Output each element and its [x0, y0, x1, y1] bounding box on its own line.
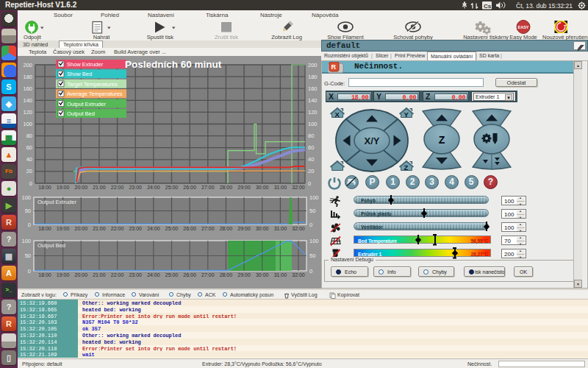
- svg-text:24:00: 24:00: [147, 272, 160, 277]
- svg-text:Target Temperatures: Target Temperatures: [67, 81, 118, 88]
- svg-text:27:00: 27:00: [201, 272, 215, 277]
- svg-text:0: 0: [29, 180, 32, 187]
- svg-text:EASY: EASY: [518, 25, 529, 29]
- svg-text:26:00: 26:00: [183, 272, 196, 277]
- svg-text:Output Bed: Output Bed: [67, 110, 95, 117]
- svg-text:160: 160: [308, 85, 318, 92]
- svg-text:29:00: 29:00: [237, 226, 251, 231]
- svg-text:27:00: 27:00: [201, 185, 215, 190]
- svg-text:120: 120: [308, 109, 318, 116]
- svg-text:23:00: 23:00: [129, 272, 142, 277]
- svg-text:200: 200: [23, 62, 32, 68]
- svg-text:31:00: 31:00: [274, 226, 287, 231]
- svg-text:140: 140: [23, 97, 32, 104]
- svg-text:24:00: 24:00: [147, 226, 160, 231]
- svg-text:0: 0: [28, 268, 31, 275]
- svg-text:18:00: 18:00: [38, 226, 51, 231]
- svg-text:18:00: 18:00: [38, 272, 51, 277]
- svg-text:100: 100: [21, 194, 31, 201]
- svg-text:29:00: 29:00: [237, 185, 251, 190]
- svg-text:20:00: 20:00: [75, 226, 88, 231]
- svg-text:29:00: 29:00: [237, 272, 251, 277]
- svg-text:22:00: 22:00: [111, 185, 124, 190]
- svg-text:28:00: 28:00: [220, 185, 233, 190]
- svg-text:140: 140: [308, 97, 318, 104]
- svg-text:60: 60: [26, 144, 32, 151]
- svg-text:R: R: [331, 63, 337, 71]
- svg-text:40: 40: [308, 156, 314, 163]
- svg-text:100: 100: [308, 121, 318, 127]
- svg-text:160: 160: [23, 85, 32, 92]
- svg-text:Output Extruder: Output Extruder: [67, 101, 106, 107]
- svg-text:Output Bed: Output Bed: [37, 242, 65, 249]
- svg-text:20: 20: [26, 168, 32, 174]
- svg-text:Cs: Cs: [484, 3, 492, 10]
- svg-text:19:00: 19:00: [57, 226, 70, 231]
- svg-text:20:00: 20:00: [75, 185, 88, 190]
- svg-text:0: 0: [308, 180, 311, 187]
- svg-text:Show Bed: Show Bed: [67, 71, 92, 77]
- svg-text:120: 120: [23, 109, 32, 116]
- svg-text:31:00: 31:00: [274, 272, 287, 277]
- svg-text:31:00: 31:00: [274, 185, 287, 190]
- svg-text:80: 80: [26, 132, 32, 139]
- svg-text:20: 20: [308, 168, 314, 174]
- svg-text:32:00: 32:00: [292, 272, 305, 277]
- svg-text:27:00: 27:00: [201, 226, 215, 231]
- svg-text:180: 180: [308, 74, 318, 80]
- svg-text:21:00: 21:00: [93, 226, 106, 231]
- svg-text:30:00: 30:00: [256, 185, 269, 190]
- svg-text:Z: Z: [404, 163, 409, 171]
- svg-text:26:00: 26:00: [183, 226, 196, 231]
- svg-text:25:00: 25:00: [165, 185, 179, 190]
- svg-text:Posledních 60 minut: Posledních 60 minut: [125, 59, 222, 70]
- svg-text:50: 50: [309, 208, 315, 214]
- svg-text:0: 0: [28, 222, 31, 228]
- svg-text:Output Extruder: Output Extruder: [37, 199, 76, 205]
- svg-text:21:00: 21:00: [93, 185, 106, 190]
- svg-text:100: 100: [309, 238, 319, 244]
- svg-text:20:00: 20:00: [75, 272, 88, 277]
- svg-text:19:00: 19:00: [57, 272, 70, 277]
- svg-text:200: 200: [308, 62, 318, 68]
- svg-text:21:00: 21:00: [93, 272, 106, 277]
- svg-text:32:00: 32:00: [292, 226, 305, 231]
- svg-text:100: 100: [23, 121, 32, 127]
- svg-text:25:00: 25:00: [165, 226, 179, 231]
- svg-text:28:00: 28:00: [220, 272, 233, 277]
- svg-text:30:00: 30:00: [256, 272, 269, 277]
- svg-text:0: 0: [309, 222, 312, 228]
- svg-text:22:00: 22:00: [111, 272, 124, 277]
- svg-text:30:00: 30:00: [256, 226, 269, 231]
- svg-text:19:00: 19:00: [57, 185, 70, 190]
- svg-text:50: 50: [309, 252, 315, 259]
- svg-text:40: 40: [26, 156, 32, 163]
- svg-text:60: 60: [308, 144, 314, 151]
- svg-text:28:00: 28:00: [220, 226, 233, 231]
- svg-text:Y: Y: [404, 110, 409, 118]
- svg-text:180: 180: [23, 74, 32, 80]
- svg-text:22:00: 22:00: [111, 226, 124, 231]
- svg-text:X: X: [335, 110, 340, 118]
- svg-text:23:00: 23:00: [129, 226, 142, 231]
- svg-text:24:00: 24:00: [147, 185, 160, 190]
- svg-text:80: 80: [308, 132, 314, 139]
- svg-text:X/Y: X/Y: [365, 135, 380, 146]
- svg-text:23:00: 23:00: [129, 185, 142, 190]
- svg-text:Show Extruder: Show Extruder: [67, 61, 104, 68]
- svg-text:100: 100: [309, 194, 319, 201]
- svg-text:18:00: 18:00: [38, 185, 51, 190]
- svg-text:Z: Z: [439, 134, 445, 146]
- svg-text:100: 100: [21, 238, 31, 244]
- svg-text:50: 50: [25, 252, 31, 259]
- svg-text:0: 0: [309, 268, 312, 275]
- svg-text:50: 50: [25, 208, 31, 214]
- svg-text:Average Temperatures: Average Temperatures: [67, 91, 123, 97]
- svg-text:26:00: 26:00: [183, 185, 196, 190]
- svg-text:32:00: 32:00: [292, 185, 305, 190]
- svg-text:25:00: 25:00: [165, 272, 179, 277]
